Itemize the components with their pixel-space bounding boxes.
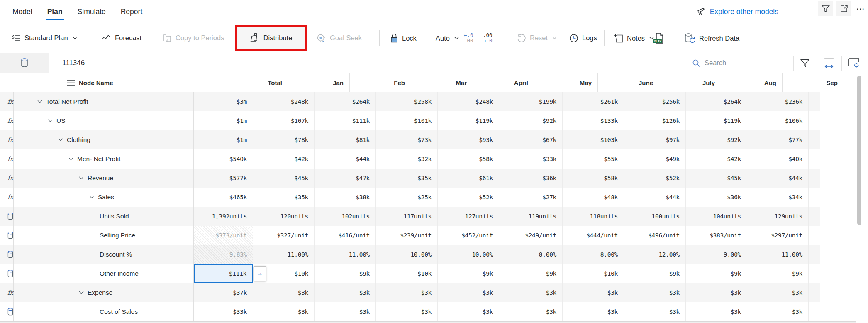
- grid-cell[interactable]: $3k: [376, 302, 438, 321]
- grid-cell[interactable]: 12.00%: [624, 245, 686, 264]
- node-name-cell[interactable]: Clothing: [14, 130, 194, 149]
- grid-cell[interactable]: $9k: [686, 264, 747, 283]
- node-name-cell[interactable]: US: [14, 111, 194, 130]
- logs-button[interactable]: Logs: [569, 34, 597, 43]
- column-width-button[interactable]: [820, 53, 838, 73]
- grid-cell[interactable]: $44k: [315, 149, 376, 169]
- grid-cell[interactable]: 102units: [315, 207, 376, 226]
- grid-cell[interactable]: 10.00%: [438, 245, 499, 264]
- grid-cell-total[interactable]: $373/unit: [194, 226, 253, 245]
- grid-cell[interactable]: $3k: [747, 283, 809, 302]
- grid-cell-total[interactable]: $1m: [194, 111, 253, 130]
- grid-cell[interactable]: $36k: [499, 169, 563, 188]
- grid-cell[interactable]: $3k: [315, 302, 376, 321]
- collapse-chevron-icon[interactable]: [79, 176, 84, 180]
- grid-cell[interactable]: $236k: [747, 92, 809, 111]
- grid-cell[interactable]: $52k: [438, 188, 499, 207]
- grid-cell-total[interactable]: $111k→: [194, 264, 253, 283]
- column-header-sep[interactable]: Sep: [783, 73, 844, 92]
- grid-cell[interactable]: $3k: [253, 302, 315, 321]
- grid-cell[interactable]: $93k: [438, 130, 499, 149]
- grid-cell[interactable]: $444/unit: [563, 226, 624, 245]
- grid-cell[interactable]: $111k: [315, 111, 376, 130]
- grid-cell-total[interactable]: $33k: [194, 302, 253, 321]
- grid-cell[interactable]: $3k: [563, 302, 624, 321]
- grid-cell[interactable]: $3k: [624, 283, 686, 302]
- grid-cell[interactable]: $35k: [376, 169, 438, 188]
- distribute-button[interactable]: Distribute: [250, 33, 293, 43]
- decrease-decimals-button[interactable]: ←.0 .00: [464, 32, 473, 44]
- collapse-chevron-icon[interactable]: [89, 196, 94, 199]
- grid-cell[interactable]: 129units: [747, 207, 809, 226]
- grid-cell[interactable]: $3k: [438, 283, 499, 302]
- grid-cell[interactable]: $119k: [438, 111, 499, 130]
- grid-cell[interactable]: $248k: [253, 92, 315, 111]
- grid-cell[interactable]: $261k: [563, 92, 624, 111]
- grid-cell[interactable]: $496/unit: [624, 226, 686, 245]
- grid-cell[interactable]: $42k: [686, 149, 747, 169]
- grid-cell[interactable]: 100units: [624, 207, 686, 226]
- grid-cell[interactable]: $199k: [499, 92, 563, 111]
- grid-cell[interactable]: 119units: [499, 207, 563, 226]
- grid-cell[interactable]: $452/unit: [438, 226, 499, 245]
- increase-decimals-button[interactable]: .00 →.0: [483, 32, 493, 44]
- grid-cell-total[interactable]: $3m: [194, 92, 253, 111]
- grid-cell-total[interactable]: $577k: [194, 169, 253, 188]
- grid-cell[interactable]: $58k: [438, 149, 499, 169]
- grid-cell[interactable]: $81k: [315, 130, 376, 149]
- grid-cell[interactable]: $9k: [438, 264, 499, 283]
- expand-view-button[interactable]: [836, 1, 851, 16]
- grid-cell[interactable]: $3k: [499, 283, 563, 302]
- grid-cell[interactable]: $42k: [253, 149, 315, 169]
- grid-settings-button[interactable]: [845, 53, 863, 73]
- column-header-aug[interactable]: Aug: [721, 73, 783, 92]
- grid-cell[interactable]: $92k: [686, 130, 747, 149]
- search-input[interactable]: [705, 59, 783, 67]
- grid-cell-total[interactable]: 9.83%: [194, 245, 253, 264]
- node-name-cell[interactable]: Total Net Profit: [14, 92, 194, 111]
- grid-cell[interactable]: $133k: [563, 111, 624, 130]
- grid-cell[interactable]: $36k: [686, 188, 747, 207]
- goal-seek-button[interactable]: Goal Seek: [316, 33, 362, 43]
- collapse-chevron-icon[interactable]: [79, 291, 84, 294]
- notes-dropdown[interactable]: Notes: [614, 33, 654, 43]
- lock-button[interactable]: Lock: [390, 33, 417, 43]
- node-name-cell[interactable]: Sales: [14, 188, 194, 207]
- grid-cell[interactable]: $25k: [376, 188, 438, 207]
- menu-item-report[interactable]: Report: [121, 7, 143, 16]
- grid-cell[interactable]: $264k: [315, 92, 376, 111]
- grid-cell[interactable]: $33k: [499, 149, 563, 169]
- grid-cell[interactable]: $249/unit: [499, 226, 563, 245]
- grid-cell[interactable]: $44k: [747, 169, 809, 188]
- reset-button[interactable]: Reset: [517, 34, 557, 43]
- menu-item-simulate[interactable]: Simulate: [78, 7, 106, 16]
- collapse-chevron-icon[interactable]: [48, 119, 53, 122]
- grid-cell[interactable]: $49k: [624, 149, 686, 169]
- grid-cell[interactable]: $67k: [499, 130, 563, 149]
- grid-cell[interactable]: 10.00%: [376, 245, 438, 264]
- collapse-chevron-icon[interactable]: [37, 100, 42, 103]
- standard-plan-dropdown[interactable]: Standard Plan: [12, 34, 77, 42]
- grid-cell[interactable]: $383/unit: [686, 226, 747, 245]
- grid-cell[interactable]: $27k: [499, 188, 563, 207]
- grid-cell-total[interactable]: $465k: [194, 188, 253, 207]
- grid-cell[interactable]: $78k: [253, 130, 315, 149]
- column-header-mar[interactable]: Mar: [411, 73, 473, 92]
- grid-cell[interactable]: $103k: [563, 130, 624, 149]
- grid-cell[interactable]: $9k: [315, 264, 376, 283]
- grid-cell[interactable]: $73k: [376, 130, 438, 149]
- grid-cell[interactable]: $40k: [747, 149, 809, 169]
- grid-cell[interactable]: $77k: [747, 130, 809, 149]
- column-header-jan[interactable]: Jan: [288, 73, 350, 92]
- grid-cell[interactable]: $327/unit: [253, 226, 315, 245]
- grid-cell[interactable]: $3k: [747, 302, 809, 321]
- fill-right-button[interactable]: →: [254, 266, 266, 281]
- grid-cell[interactable]: $3k: [376, 283, 438, 302]
- grid-cell[interactable]: $3k: [253, 283, 315, 302]
- grid-cell[interactable]: $48k: [563, 188, 624, 207]
- grid-cell[interactable]: $45k: [253, 169, 315, 188]
- collapse-chevron-icon[interactable]: [58, 138, 63, 142]
- grid-cell[interactable]: $97k: [624, 130, 686, 149]
- filter-view-button[interactable]: [818, 1, 833, 16]
- grid-cell[interactable]: 120units: [253, 207, 315, 226]
